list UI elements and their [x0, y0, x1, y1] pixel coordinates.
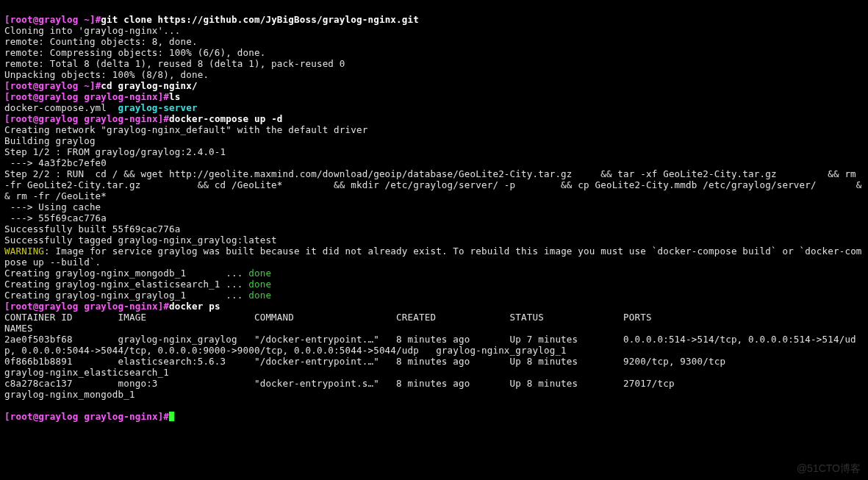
status-done: done	[248, 268, 271, 279]
table-row: 2ae0f503bf68 graylog-nginx_graylog "/doc…	[4, 334, 856, 356]
prompt: [root@graylog graylog-nginx]#	[4, 91, 169, 102]
command-input[interactable]: git clone https://github.com/JyBigBoss/g…	[101, 14, 419, 25]
output-line: Successfully tagged graylog-nginx_graylo…	[4, 234, 277, 246]
table-row: 0f866b1b8891 elasticsearch:5.6.3 "/docke…	[4, 356, 868, 378]
output-line: Unpacking objects: 100% (8/8), done.	[4, 69, 209, 80]
output-line: Creating graylog-nginx_elasticsearch_1 .…	[4, 279, 248, 290]
command-input[interactable]: cd graylog-nginx/	[101, 80, 197, 91]
watermark: @51CTO博客	[797, 462, 861, 476]
output-line: Creating graylog-nginx_graylog_1 ...	[4, 290, 248, 301]
output-line: Building graylog	[4, 135, 96, 146]
cursor-icon	[169, 412, 174, 421]
path: ~	[78, 14, 89, 25]
output-line: remote: Compressing objects: 100% (6/6),…	[4, 47, 265, 58]
output-line: Creating graylog-nginx_mongodb_1 ...	[4, 268, 248, 279]
prompt: [root@graylog ~]#	[4, 80, 101, 91]
prompt: [root@graylog graylog-nginx]#	[4, 113, 169, 124]
output-line: remote: Counting objects: 8, done.	[4, 36, 198, 47]
table-header: CONTAINER ID IMAGE COMMAND CREATED STATU…	[4, 312, 868, 334]
command-input[interactable]: ls	[169, 91, 180, 102]
ls-dir: graylog-server	[118, 102, 198, 113]
table-row: c8a278cac137 mongo:3 "docker-entrypoint.…	[4, 378, 868, 400]
warning-msg: : Image for service graylog was built be…	[4, 246, 862, 268]
output-line: ---> Using cache	[4, 201, 101, 212]
prompt: [root@graylog graylog-nginx]#	[4, 301, 169, 312]
output-line: ---> 55f69cac776a	[4, 212, 107, 223]
output-line: Successfully built 55f69cac776a	[4, 223, 181, 234]
command-input[interactable]: docker-compose up -d	[169, 113, 283, 124]
status-done: done	[248, 290, 271, 301]
prompt: [root@graylog graylog-nginx]#	[4, 411, 169, 422]
command-input[interactable]: docker ps	[169, 301, 220, 312]
warning-tag: WARNING	[4, 246, 44, 257]
prompt: [root@graylog ~]#	[4, 14, 101, 25]
output-line: Step 2/2 : RUN cd / && wget http://geoli…	[4, 168, 862, 201]
terminal[interactable]: [root@graylog ~]#git clone https://githu…	[0, 0, 868, 425]
output-line: Cloning into 'graylog-nginx'...	[4, 25, 181, 36]
output-line: Creating network "graylog-nginx_default"…	[4, 124, 367, 135]
status-done: done	[248, 279, 271, 290]
bracket: [	[4, 14, 10, 25]
output-line: remote: Total 8 (delta 1), reused 8 (del…	[4, 58, 345, 69]
bracket: ]#	[90, 14, 101, 25]
ls-file: docker-compose.yml	[4, 102, 107, 113]
output-line: Step 1/2 : FROM graylog/graylog:2.4.0-1	[4, 146, 226, 157]
output-line: ---> 4a3f2bc7efe0	[4, 157, 107, 168]
user-host: root@graylog	[10, 14, 79, 25]
